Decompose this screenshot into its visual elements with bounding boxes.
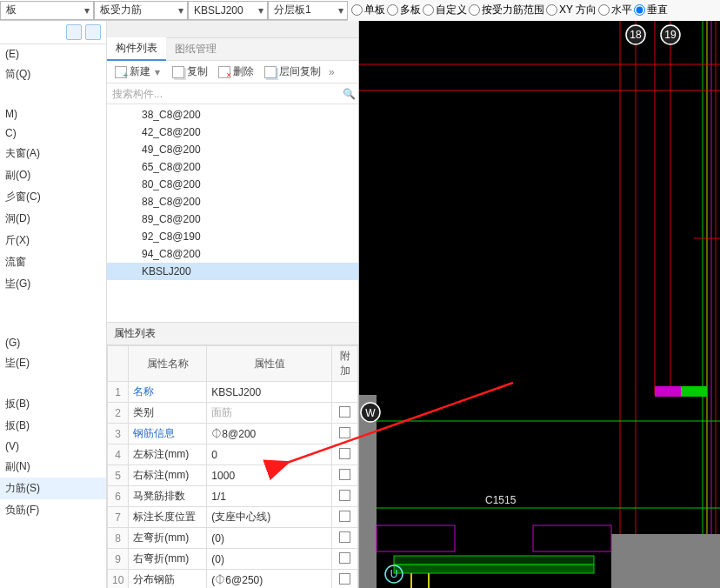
prop-rownum: 6: [108, 486, 129, 507]
component-item[interactable]: KBSLJ200: [107, 263, 358, 280]
prop-extra[interactable]: [332, 444, 358, 465]
component-item[interactable]: 65_C8@200: [107, 158, 358, 176]
component-item[interactable]: 89_C8@200: [107, 210, 358, 228]
component-item[interactable]: 88_C8@200: [107, 193, 358, 210]
radio-input[interactable]: [351, 4, 363, 16]
prop-value[interactable]: 面筋: [207, 403, 332, 424]
tab-component-list[interactable]: 构件列表: [107, 37, 166, 61]
prop-value[interactable]: 0: [207, 444, 332, 465]
leftnav-item[interactable]: C): [0, 124, 106, 143]
combo-box[interactable]: 板▾: [0, 1, 94, 20]
copy-button[interactable]: 复制: [168, 63, 212, 81]
checkbox-icon[interactable]: [339, 552, 350, 564]
toolbar-overflow-icon[interactable]: »: [327, 66, 337, 78]
component-item[interactable]: 92_C8@190: [107, 228, 358, 245]
new-button[interactable]: 新建▾: [110, 63, 166, 81]
checkbox-icon[interactable]: [339, 406, 350, 418]
combo-box[interactable]: 板受力筋▾: [94, 1, 188, 20]
prop-value[interactable]: (⏀6@250): [207, 570, 332, 589]
component-item[interactable]: 80_C8@200: [107, 176, 358, 193]
search-bar: 🔍: [107, 84, 358, 104]
radio-input[interactable]: [423, 4, 434, 16]
mode-radio[interactable]: 多板: [387, 3, 421, 17]
mode-radio[interactable]: XY 方向: [546, 3, 597, 17]
leftnav-item[interactable]: 力筋(S): [0, 478, 106, 499]
leftnav-item[interactable]: M): [0, 104, 106, 124]
component-item[interactable]: 42_C8@200: [107, 124, 358, 141]
chevron-down-icon[interactable]: ▾: [153, 66, 162, 78]
leftnav-item[interactable]: [0, 314, 106, 333]
mode-radio[interactable]: 水平: [598, 3, 632, 17]
checkbox-icon[interactable]: [339, 448, 350, 459]
prop-extra[interactable]: [332, 382, 358, 403]
leftnav-item[interactable]: [0, 85, 106, 104]
prop-name: 左标注(mm): [129, 444, 207, 465]
radio-input[interactable]: [546, 4, 557, 16]
leftnav-item[interactable]: 洞(D): [0, 208, 106, 230]
prop-extra[interactable]: [332, 403, 358, 424]
drawing-canvas[interactable]: W U 18 19 C1515: [359, 21, 720, 588]
mode-radio[interactable]: 垂直: [634, 3, 668, 17]
mode-radio[interactable]: 单板: [351, 3, 385, 17]
prop-value[interactable]: 1000: [207, 465, 332, 486]
leftnav-item[interactable]: (V): [0, 437, 106, 456]
checkbox-icon[interactable]: [339, 490, 350, 501]
prop-extra[interactable]: [332, 570, 358, 589]
component-item[interactable]: 94_C8@200: [107, 245, 358, 263]
layer-copy-button[interactable]: 层间复制: [260, 63, 325, 81]
checkbox-icon[interactable]: [339, 427, 350, 438]
leftnav-item[interactable]: [0, 295, 106, 314]
component-item[interactable]: 49_C8@200: [107, 141, 358, 158]
leftnav-item[interactable]: [0, 374, 106, 393]
leftnav-item[interactable]: (E): [0, 44, 106, 63]
prop-value[interactable]: (支座中心线): [207, 507, 332, 528]
leftnav-item[interactable]: 流窗: [0, 251, 106, 273]
prop-extra[interactable]: [332, 507, 358, 528]
leftnav-item[interactable]: 斤(X): [0, 230, 106, 251]
mode-radio[interactable]: 按受力筋范围: [469, 3, 544, 17]
prop-extra[interactable]: [332, 549, 358, 570]
prop-extra[interactable]: [332, 465, 358, 486]
component-item[interactable]: 38_C8@200: [107, 106, 358, 124]
property-row: 3钢筋信息⏀8@200: [108, 424, 358, 444]
leftnav-item[interactable]: (G): [0, 333, 106, 352]
prop-extra[interactable]: [332, 424, 358, 444]
leftnav-item[interactable]: 彡窗(C): [0, 186, 106, 208]
leftnav-item[interactable]: 扳(B): [0, 415, 106, 437]
radio-input[interactable]: [634, 4, 645, 16]
prop-rownum: 7: [108, 507, 129, 528]
radio-input[interactable]: [469, 4, 480, 16]
checkbox-icon[interactable]: [339, 573, 350, 585]
checkbox-icon[interactable]: [339, 531, 350, 543]
search-icon[interactable]: 🔍: [339, 88, 358, 100]
prop-value[interactable]: (0): [207, 528, 332, 549]
leftnav-item[interactable]: 坒(G): [0, 273, 106, 295]
col-extra: 附加: [332, 346, 358, 382]
grid-view-icon[interactable]: [85, 24, 101, 40]
leftnav-item[interactable]: 夫窗(A): [0, 143, 106, 164]
mode-radio[interactable]: 自定义: [423, 3, 467, 17]
leftnav-item[interactable]: 扳(B): [0, 393, 106, 415]
delete-button[interactable]: 删除: [214, 63, 258, 81]
combo-box[interactable]: 分层板1▾: [268, 1, 348, 20]
prop-value[interactable]: (0): [207, 549, 332, 570]
prop-extra[interactable]: [332, 528, 358, 549]
leftnav-item[interactable]: 负筋(F): [0, 499, 106, 521]
list-view-icon[interactable]: [66, 24, 82, 40]
prop-value[interactable]: KBSLJ200: [207, 382, 332, 403]
leftnav-item[interactable]: 副(N): [0, 456, 106, 478]
radio-input[interactable]: [387, 4, 398, 16]
prop-value[interactable]: ⏀8@200: [207, 424, 332, 444]
prop-extra[interactable]: [332, 486, 358, 507]
leftnav-item[interactable]: 副(O): [0, 164, 106, 186]
prop-rownum: 5: [108, 465, 129, 486]
leftnav-item[interactable]: 筒(Q): [0, 63, 106, 85]
combo-box[interactable]: KBSLJ200▾: [188, 1, 268, 20]
prop-value[interactable]: 1/1: [207, 486, 332, 507]
tab-drawing-mgmt[interactable]: 图纸管理: [166, 38, 225, 60]
radio-input[interactable]: [598, 4, 610, 16]
checkbox-icon[interactable]: [339, 511, 350, 522]
search-input[interactable]: [107, 84, 339, 104]
checkbox-icon[interactable]: [339, 469, 350, 480]
leftnav-item[interactable]: 坒(E): [0, 352, 106, 374]
